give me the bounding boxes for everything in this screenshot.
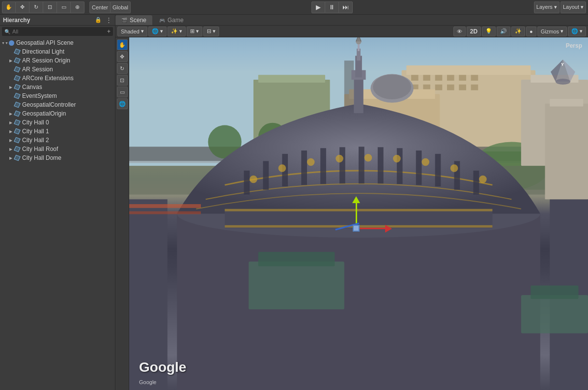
play-controls-group: ▶ ⏸ ⏭ xyxy=(311,1,353,13)
tree-item-directional-light[interactable]: Directional Light xyxy=(0,47,115,56)
overlay-icon: ⊟ xyxy=(207,28,211,34)
shading-mode-button[interactable]: Shaded ▾ xyxy=(117,27,147,36)
tree-item-geospatial-controller[interactable]: GeospatialController xyxy=(0,100,115,109)
scene-tab-icon: 🎬 xyxy=(121,18,127,23)
hierarchy-lock-icon[interactable]: 🔒 xyxy=(95,17,102,23)
tree-item-city-hall-2[interactable]: ▶ City Hall 2 xyxy=(0,136,115,145)
tree-item-city-hall-dome[interactable]: ▶ City Hall Dome xyxy=(0,153,115,162)
move-tool[interactable]: ✥ xyxy=(117,51,128,62)
tree-item-arcore-extensions[interactable]: ARCore Extensions xyxy=(0,74,115,83)
gizmos-label: Gizmos xyxy=(541,29,559,34)
svg-rect-35 xyxy=(244,171,250,195)
svg-rect-69 xyxy=(129,211,201,214)
tree-item-ar-session[interactable]: AR Session xyxy=(0,65,115,74)
step-button[interactable]: ⏭ xyxy=(339,1,353,13)
scene-background xyxy=(129,37,588,390)
expand-arrow-city-hall-2: ▶ xyxy=(8,137,14,143)
tree-item-city-hall-1[interactable]: ▶ City Hall 1 xyxy=(0,127,115,136)
audio-icon: 🔊 xyxy=(500,28,507,34)
svg-rect-70 xyxy=(545,104,588,200)
svg-rect-13 xyxy=(459,85,466,90)
svg-rect-39 xyxy=(320,148,326,184)
svg-point-50 xyxy=(307,158,315,166)
fx-toggle-button[interactable]: ✨ xyxy=(511,27,525,36)
shading-mode-dropdown-icon: ▾ xyxy=(141,28,144,34)
tree-item-geospatial-api-scene[interactable]: ▼ Geospatial API Scene xyxy=(0,38,115,47)
perspective-mode-button[interactable]: 🌐 ▾ xyxy=(148,27,167,36)
expand-arrow-city-hall-1: ▶ xyxy=(8,128,14,134)
tab-scene[interactable]: 🎬 Scene xyxy=(115,15,152,25)
svg-rect-5 xyxy=(435,75,443,81)
hierarchy-title: Hierarchy xyxy=(3,17,30,24)
rect-tool[interactable]: ▭ xyxy=(117,87,128,97)
city-hall-2-icon xyxy=(14,137,21,144)
tree-item-ar-session-origin[interactable]: ▶ AR Session Origin xyxy=(0,56,115,65)
scene-visibility-button[interactable]: ● xyxy=(526,27,536,36)
tree-item-city-hall-0[interactable]: ▶ City Hall 0 xyxy=(0,118,115,127)
svg-rect-75 xyxy=(531,285,578,299)
rotate-tool-button[interactable]: ↻ xyxy=(29,1,43,13)
hierarchy-header: Hierarchy 🔒 ⋮ xyxy=(0,15,115,26)
svg-rect-41 xyxy=(359,147,364,183)
expand-arrow-ar-session xyxy=(8,66,14,72)
scale-tool[interactable]: ⊡ xyxy=(117,75,128,86)
scene-overlay-button[interactable]: ⊟ ▾ xyxy=(203,27,219,36)
expand-arrow-geo-origin: ▶ xyxy=(8,111,14,117)
hierarchy-search-input[interactable] xyxy=(12,29,105,34)
scene-layers-button[interactable]: ⊞ ▾ xyxy=(187,27,202,36)
scene-viewport[interactable]: Persp Y Google xyxy=(129,37,588,390)
ar-session-icon xyxy=(14,66,21,73)
tree-item-event-system[interactable]: EventSystem xyxy=(0,91,115,100)
perspective-label: Persp xyxy=(566,42,582,49)
move-tool-button[interactable]: ✥ xyxy=(16,1,29,13)
scene-tab-label: Scene xyxy=(130,17,146,24)
tree-item-canvas[interactable]: ▶ Canvas xyxy=(0,83,115,91)
canvas-icon xyxy=(14,84,21,90)
tree-item-city-hall-roof[interactable]: ▶ City Hall Roof xyxy=(0,145,115,153)
rotate-tool[interactable]: ↻ xyxy=(117,63,128,74)
2d-toggle-button[interactable]: 2D xyxy=(467,27,481,36)
viewport-container: ✋ ✥ ↻ ⊡ ▭ 🌐 xyxy=(115,37,588,390)
hand-tool-button[interactable]: ✋ xyxy=(2,1,16,13)
hand-tool[interactable]: ✋ xyxy=(117,39,128,50)
tree-label-ar-session: AR Session xyxy=(22,66,53,73)
expand-arrow-city-hall-dome: ▶ xyxy=(8,155,14,161)
scene-camera-button[interactable]: 👁 xyxy=(453,27,466,36)
camera-icon: 👁 xyxy=(457,29,462,34)
custom-tool[interactable]: 🌐 xyxy=(117,98,128,109)
tab-game[interactable]: 🎮 Game xyxy=(153,15,190,25)
create-icon[interactable]: + xyxy=(107,28,111,35)
transform-gizmo xyxy=(345,221,374,250)
overlay-dropdown-icon: ▾ xyxy=(213,28,216,34)
layers-dropdown[interactable]: Layers ▾ xyxy=(534,1,560,13)
svg-rect-6 xyxy=(447,75,454,81)
gizmos-button[interactable]: Gizmos ▾ xyxy=(537,27,567,36)
transform-tool-button[interactable]: ⊕ xyxy=(71,1,84,13)
layout-dropdown[interactable]: Layout ▾ xyxy=(560,1,586,13)
pause-button[interactable]: ⏸ xyxy=(325,1,339,13)
geo-controller-icon xyxy=(14,101,21,108)
expand-arrow-ar-session-origin: ▶ xyxy=(8,58,14,63)
audio-toggle-button[interactable]: 🔊 xyxy=(497,27,510,36)
tree-item-geospatial-origin[interactable]: ▶ GeospatialOrigin xyxy=(0,109,115,118)
tree-label-geospatial-api-scene: Geospatial API Scene xyxy=(16,39,74,46)
svg-rect-7 xyxy=(459,75,466,81)
tool-sidebar: ✋ ✥ ↻ ⊡ ▭ 🌐 xyxy=(115,37,129,390)
hierarchy-header-icons: 🔒 ⋮ xyxy=(95,16,112,24)
svg-point-79 xyxy=(556,79,570,85)
scene-effects-button[interactable]: ✨ ▾ xyxy=(168,27,186,36)
play-button[interactable]: ▶ xyxy=(311,1,325,13)
global-button[interactable]: Global xyxy=(111,1,131,13)
hierarchy-menu-icon[interactable]: ⋮ xyxy=(106,16,112,24)
scale-tool-button[interactable]: ⊡ xyxy=(43,1,57,13)
pivot-button[interactable]: Center xyxy=(89,1,111,13)
lighting-toggle-button[interactable]: 💡 xyxy=(482,27,496,36)
scene-icon-root xyxy=(8,39,15,46)
svg-point-49 xyxy=(279,164,286,172)
scene-view-options-button[interactable]: 🌐 ▾ xyxy=(568,27,586,36)
rect-tool-button[interactable]: ▭ xyxy=(57,1,71,13)
effects-icon: ✨ xyxy=(171,28,178,34)
tree-label-city-hall-dome: City Hall Dome xyxy=(22,154,61,161)
expand-arrow-event-system xyxy=(8,93,14,99)
expand-arrow-arcore xyxy=(8,75,14,81)
